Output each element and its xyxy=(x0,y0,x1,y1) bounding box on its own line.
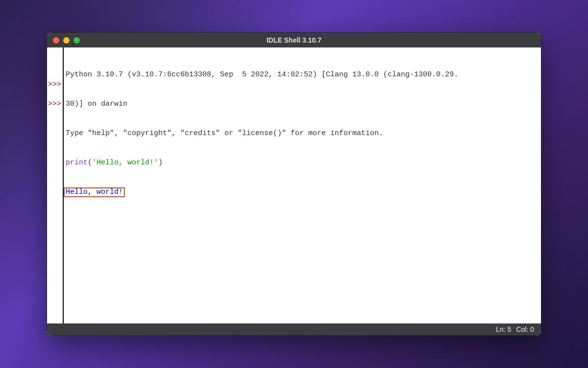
fn-name: print xyxy=(66,159,88,167)
annotation-highlight: Hello, world! xyxy=(64,187,125,197)
close-icon[interactable] xyxy=(53,37,59,44)
input-line: print('Hello, world!') xyxy=(66,158,539,168)
banner-line: 30)] on darwin xyxy=(66,99,539,109)
output-line: Hello, world! xyxy=(66,187,539,197)
prompt-marker: >>> xyxy=(47,99,63,109)
statusbar: Ln: 5 Col: 0 xyxy=(47,323,541,335)
cursor-line[interactable] xyxy=(66,217,539,227)
prompt-gutter: >>> >>> xyxy=(47,47,64,323)
banner-line: Python 3.10.7 (v3.10.7:6cc6b13308, Sep 5… xyxy=(66,70,539,80)
string-literal: 'Hello, world!' xyxy=(92,159,158,167)
minimize-icon[interactable] xyxy=(63,37,70,44)
stdout-output: Hello, world! xyxy=(66,188,123,196)
col-indicator: Col: 0 xyxy=(516,325,534,333)
maximize-icon[interactable] xyxy=(74,37,80,44)
titlebar[interactable]: IDLE Shell 3.10.7 xyxy=(47,33,541,47)
prompt-marker: >>> xyxy=(47,80,63,90)
line-indicator: Ln: 5 xyxy=(496,325,511,333)
shell-text-area[interactable]: Python 3.10.7 (v3.10.7:6cc6b13308, Sep 5… xyxy=(64,47,541,323)
window-title: IDLE Shell 3.10.7 xyxy=(47,36,541,44)
traffic-lights xyxy=(47,37,80,44)
banner-line: Type "help", "copyright", "credits" or "… xyxy=(66,129,539,138)
idle-window: IDLE Shell 3.10.7 >>> >>> Python 3.10.7 … xyxy=(47,32,541,336)
shell-content[interactable]: >>> >>> Python 3.10.7 (v3.10.7:6cc6b1330… xyxy=(47,47,541,323)
